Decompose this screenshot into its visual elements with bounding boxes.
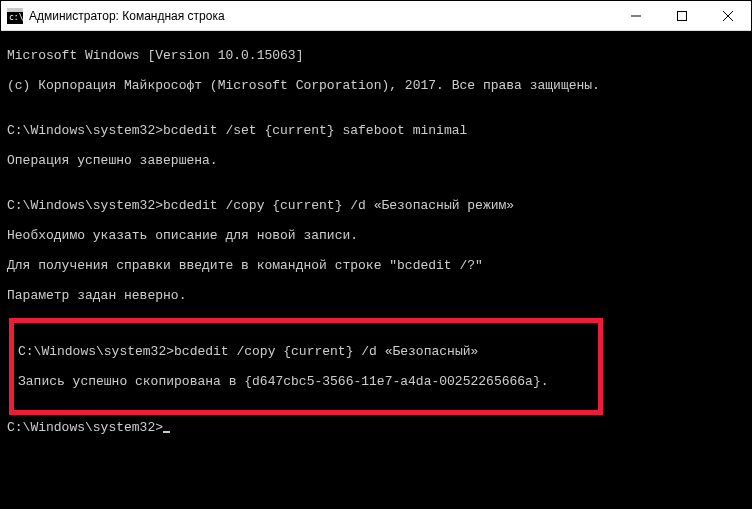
command-line-2: C:\Windows\system32>bcdedit /copy {curre…	[7, 198, 745, 213]
cmd-icon: c:\	[7, 8, 23, 24]
svg-text:c:\: c:\	[9, 13, 23, 22]
prompt: C:\Windows\system32>	[18, 344, 174, 359]
close-button[interactable]	[705, 1, 751, 30]
current-prompt-line: C:\Windows\system32>	[7, 420, 745, 435]
response-line: Необходимо указать описание для новой за…	[7, 228, 745, 243]
highlight-annotation: C:\Windows\system32>bcdedit /copy {curre…	[9, 318, 603, 415]
command-text: bcdedit /copy {current} /d «Безопасный»	[174, 344, 478, 359]
copyright-line: (c) Корпорация Майкрософт (Microsoft Cor…	[7, 78, 745, 93]
response-line: Для получения справки введите в командно…	[7, 258, 745, 273]
window-controls	[613, 1, 751, 30]
command-text: bcdedit /set {current} safeboot minimal	[163, 123, 467, 138]
response-line: Параметр задан неверно.	[7, 288, 745, 303]
command-line-3: C:\Windows\system32>bcdedit /copy {curre…	[18, 344, 594, 359]
response-line: Операция успешно завершена.	[7, 153, 745, 168]
console-output[interactable]: Microsoft Windows [Version 10.0.15063] (…	[1, 31, 751, 508]
command-line-1: C:\Windows\system32>bcdedit /set {curren…	[7, 123, 745, 138]
titlebar: c:\ Администратор: Командная строка	[1, 1, 751, 31]
window-title: Администратор: Командная строка	[29, 9, 613, 23]
maximize-button[interactable]	[659, 1, 705, 30]
prompt: C:\Windows\system32>	[7, 198, 163, 213]
svg-rect-4	[678, 11, 687, 20]
prompt: C:\Windows\system32>	[7, 420, 163, 435]
command-text: bcdedit /copy {current} /d «Безопасный р…	[163, 198, 514, 213]
svg-rect-1	[7, 8, 23, 12]
version-line: Microsoft Windows [Version 10.0.15063]	[7, 48, 745, 63]
minimize-button[interactable]	[613, 1, 659, 30]
prompt: C:\Windows\system32>	[7, 123, 163, 138]
response-line: Запись успешно скопирована в {d647cbc5-3…	[18, 374, 594, 389]
cursor-icon	[163, 431, 170, 433]
